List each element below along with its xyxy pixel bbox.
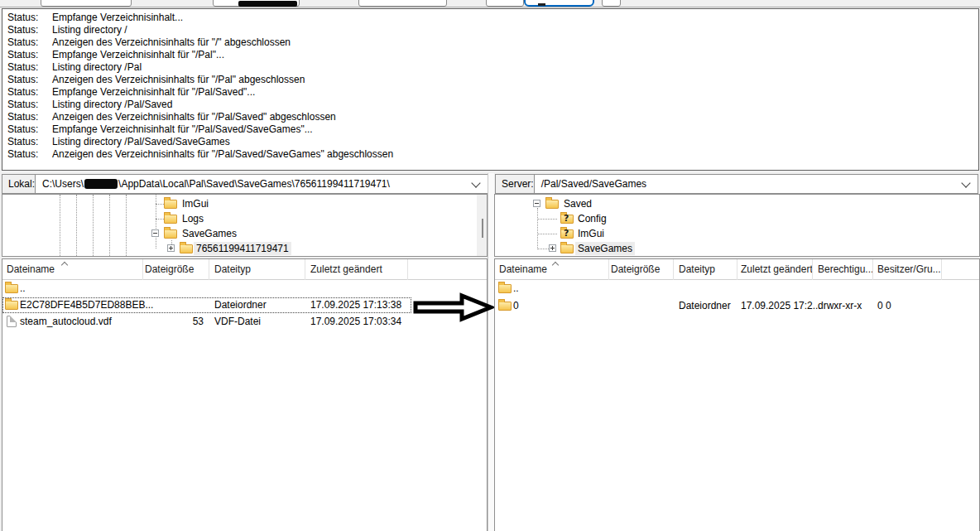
log-line: Status:Anzeigen des Verzeichnisinhalts f… [2, 74, 978, 86]
local-path-combobox[interactable]: C:\Users\\AppData\Local\Pal\Saved\SaveGa… [36, 175, 488, 193]
log-message: Empfange Verzeichnisinhalt... [52, 12, 978, 24]
file-size: 53 [145, 314, 204, 330]
quickconnect-dropdown-button[interactable] [602, 0, 621, 7]
folder-unknown-icon [560, 229, 574, 239]
quickconnect-button[interactable] [524, 0, 594, 7]
tree-item-saved[interactable]: Saved [495, 196, 976, 211]
column-separator[interactable] [941, 259, 942, 280]
column-separator[interactable] [608, 259, 609, 280]
tree-item-label: 76561199411719471 [194, 242, 291, 255]
tree-item-label: Config [575, 212, 609, 225]
log-line: Status:Listing directory / [2, 24, 978, 36]
column-header-besitzer-gruppe[interactable]: Besitzer/Gru... [877, 259, 941, 280]
server-path-combobox[interactable]: /Pal/Saved/SaveGames [535, 175, 978, 193]
log-label: Status: [2, 148, 52, 161]
column-separator[interactable] [737, 259, 737, 280]
port-field[interactable] [486, 0, 524, 7]
tree-item-logs[interactable]: Logs [2, 211, 475, 226]
column-separator[interactable] [872, 259, 873, 280]
column-header-dateigroesse[interactable]: Dateigröße [145, 259, 204, 280]
column-separator[interactable] [407, 259, 408, 280]
file-owner-group: 0 0 [877, 298, 891, 314]
tree-item-label: SaveGames [575, 242, 635, 255]
tree-item-config[interactable]: Config [495, 211, 976, 226]
log-message: Empfange Verzeichnisinhalt für "/Pal"... [52, 49, 978, 61]
local-path-label: Lokal: [2, 175, 36, 193]
tree-item-label: Logs [180, 212, 206, 225]
file-row-zero-folder[interactable]: 0 Dateiordner 17.09.2025 17:2... drwxr-x… [495, 298, 979, 314]
file-name: E2C78DFE4B5D7ED88BEB... [20, 297, 153, 313]
username-redaction [84, 179, 118, 189]
column-header-zuletzt-geaendert[interactable]: Zuletzt geändert [310, 259, 382, 280]
log-message: Listing directory / [52, 24, 978, 36]
log-message: Listing directory /Pal/Saved/SaveGames [52, 136, 978, 148]
local-path-suffix: \AppData\Local\Pal\Saved\SaveGames\76561… [118, 178, 390, 190]
tree-item-imgui[interactable]: ImGui [495, 226, 976, 241]
file-name: .. [20, 281, 26, 297]
folder-icon [545, 200, 559, 209]
column-separator[interactable] [673, 259, 674, 280]
chevron-down-icon[interactable] [961, 178, 970, 187]
log-message: Anzeigen des Verzeichnisinhalts für "/" … [52, 36, 978, 49]
file-name: 0 [513, 298, 519, 314]
log-label: Status: [2, 86, 52, 99]
column-header-dateiname[interactable]: Dateiname [7, 259, 55, 280]
password-field[interactable] [358, 0, 447, 7]
log-label: Status: [2, 123, 52, 136]
tree-guide [537, 249, 549, 249]
file-row-parent-dir[interactable]: .. [495, 281, 979, 297]
local-path-prefix: C:\Users\ [42, 178, 84, 190]
log-line: Status:Empfange Verzeichnisinhalt... [2, 12, 978, 24]
tree-expander-plus[interactable] [167, 244, 175, 252]
scrollbar-thumb[interactable] [482, 219, 483, 238]
log-message: Anzeigen des Verzeichnisinhalts für "/Pa… [52, 111, 978, 123]
folder-icon [164, 229, 177, 239]
tree-guide [156, 204, 164, 205]
log-message: Anzeigen des Verzeichnisinhalts für "/Pa… [52, 74, 978, 86]
tree-item-savegames[interactable]: SaveGames [495, 241, 976, 256]
chevron-down-icon[interactable] [471, 178, 480, 187]
tree-expander-minus[interactable] [151, 229, 159, 237]
tree-guide [537, 234, 557, 234]
server-tree: Saved Config ImGui SaveGames [494, 194, 980, 257]
panel-splitter[interactable] [488, 173, 494, 531]
column-header-dateityp[interactable]: Dateityp [679, 259, 715, 280]
username-field[interactable] [213, 0, 300, 7]
column-header-dateiname[interactable]: Dateiname [499, 259, 547, 280]
column-separator[interactable] [209, 259, 209, 280]
server-list-header: Dateiname Dateigröße Dateityp Zuletzt ge… [495, 259, 979, 280]
file-permissions: drwxr-xr-x [818, 298, 862, 314]
local-list-header: Dateiname Dateigröße Dateityp Zuletzt ge… [2, 259, 487, 280]
column-header-berechtigungen[interactable]: Berechtigu... [818, 259, 873, 280]
file-icon [7, 316, 17, 327]
local-tree-scrollbar[interactable] [477, 195, 488, 257]
tree-expander-minus[interactable] [533, 200, 540, 207]
tree-guide [537, 219, 557, 220]
tree-item-steamid[interactable]: 76561199411719471 [2, 241, 475, 256]
log-line: Status:Listing directory /Pal [2, 61, 978, 74]
server-path: /Pal/Saved/SaveGames [541, 178, 646, 190]
column-separator[interactable] [812, 259, 813, 280]
column-separator[interactable] [305, 259, 305, 280]
tree-item-savegames[interactable]: SaveGames [2, 226, 475, 241]
log-label: Status: [2, 24, 52, 36]
column-separator[interactable] [142, 259, 143, 280]
host-field[interactable] [41, 0, 132, 7]
log-line: Status:Anzeigen des Verzeichnisinhalts f… [2, 148, 978, 161]
file-name: .. [513, 281, 519, 297]
file-name: steam_autocloud.vdf [20, 314, 112, 330]
tree-expander-plus[interactable] [549, 244, 556, 252]
column-header-dateityp[interactable]: Dateityp [214, 259, 251, 280]
annotation-arrow-icon [411, 292, 494, 323]
folder-icon [180, 244, 193, 253]
file-type: Dateiordner [214, 297, 267, 313]
log-message: Listing directory /Pal [52, 61, 978, 74]
tree-item-imgui[interactable]: ImGui [2, 196, 475, 211]
file-modified: 17.09.2025 17:03:34 [310, 314, 401, 330]
local-path-bar: Lokal: C:\Users\\AppData\Local\Pal\Saved… [2, 174, 488, 194]
file-type: Dateiordner [679, 298, 731, 314]
column-header-dateigroesse[interactable]: Dateigröße [611, 259, 666, 280]
log-message: Empfange Verzeichnisinhalt für "/Pal/Sav… [52, 123, 978, 136]
server-file-list: Dateiname Dateigröße Dateityp Zuletzt ge… [494, 258, 980, 531]
column-header-zuletzt-geaendert[interactable]: Zuletzt geändert [741, 259, 813, 280]
